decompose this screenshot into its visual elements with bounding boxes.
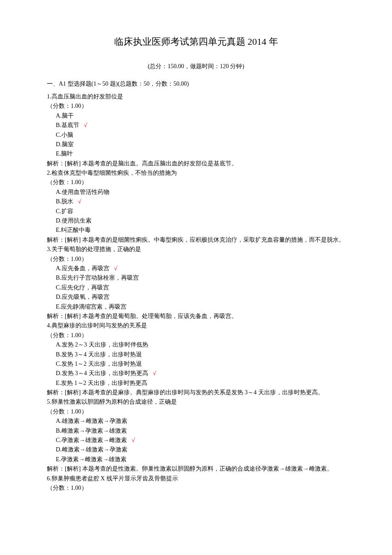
section-header: 一、A1 型选择题(1～50 题)(总题数：50，分数：50.00) (47, 79, 345, 89)
option-label: D.发热 3～4 天出疹，出疹时热更高 (56, 370, 148, 376)
question-text: 4.典型麻疹的出疹时间与发热的关系是 (47, 321, 345, 330)
option: E.发热 1～2 天出疹，出疹时热更高 (47, 379, 345, 388)
option-label: B.发热 3～4 天出疹，出疹时热退 (56, 351, 142, 358)
check-icon: √ (78, 198, 81, 205)
option-label: C.孕激素→雄激素→雌激素 (56, 437, 127, 443)
option: D.雌激素→雄激素→孕激素 (47, 445, 345, 454)
exam-subtitle: (总分：150.00，做题时间：120 分钟) (47, 62, 345, 71)
option-label: C.扩容 (56, 208, 73, 214)
option: E.纠正酸中毒 (47, 225, 345, 235)
option: D.脑室 (47, 140, 345, 149)
option: A.发热 2～3 天出疹，出疹时伴低热 (47, 340, 345, 350)
option: B.雌激素→孕激素→雄激素 (47, 426, 345, 436)
question-block: 4.典型麻疹的出疹时间与发热的关系是（分数：1.00）A.发热 2～3 天出疹，… (47, 321, 345, 397)
question-block: 1.高血压脑出血的好发部位是（分数：1.00）A.脑干B.基底节√C.小脑D.脑… (47, 92, 345, 168)
option-label: E.发热 1～2 天出疹，出疹时热更高 (56, 380, 147, 386)
option-label: A.应先备血，再吸宫 (56, 265, 110, 272)
option: A.脑干 (47, 111, 345, 121)
option: E.应先静滴缩宫素，再吸宫 (47, 302, 345, 312)
question-block: 5.卵巢性激素以胆固醇为原料的合成途径，正确是（分数：1.00）A.雄激素→雌激… (47, 397, 345, 474)
analysis: 解析：[解析] 本题考查的是麻疹。典型麻疹的出疹时间与发热的关系是发热 3～4 … (47, 388, 345, 397)
option: C.发热 1～2 天出疹，出疹时热退 (47, 359, 345, 369)
question-block: 6.卵巢肿瘤患者盆腔 X 线平片显示牙齿及骨骼提示（分数：1.00） (47, 474, 345, 493)
analysis: 解析：[解析] 本题考查的是细菌性痢疾。中毒型痢疾，应积极抗休克治疗，采取扩充血… (47, 235, 345, 245)
question-score: （分数：1.00） (47, 331, 345, 340)
option-label: D.应先吸氧，再吸宫 (56, 294, 110, 300)
option-label: C.小脑 (56, 132, 73, 138)
option-label: B.雌激素→孕激素→雄激素 (56, 428, 127, 434)
option-label: E.孕激素→雌激素→雄激素 (56, 456, 127, 462)
option: D.使用抗生素 (47, 216, 345, 225)
analysis: 解析：[解析] 本题考查的是性激素。卵巢性激素以胆固醇为原料，正确的合成途径孕激… (47, 464, 345, 474)
option-label: A.发热 2～3 天出疹，出疹时伴低热 (56, 341, 148, 348)
question-score: （分数：1.00） (47, 254, 345, 264)
option-label: E.脑叶 (56, 150, 73, 157)
option: C.小脑 (47, 130, 345, 140)
option-label: D.使用抗生素 (56, 217, 92, 224)
analysis: 解析：[解析] 本题考查的是脑出血。高血压脑出血的好发部位是基底节。 (47, 159, 345, 168)
option-label: B.应先行子宫动脉栓塞，再吸宫 (56, 275, 139, 281)
question-score: （分数：1.00） (47, 483, 345, 493)
option: A.应先备血，再吸宫√ (47, 264, 345, 273)
question-text: 3.关于葡萄胎的处理措施，正确的是 (47, 245, 345, 254)
option: E.孕激素→雌激素→雄激素 (47, 455, 345, 464)
question-text: 6.卵巢肿瘤患者盆腔 X 线平片显示牙齿及骨骼提示 (47, 474, 345, 483)
check-icon: √ (114, 265, 118, 272)
option: B.基底节√ (47, 121, 345, 130)
question-text: 5.卵巢性激素以胆固醇为原料的合成途径，正确是 (47, 397, 345, 407)
option: B.应先行子宫动脉栓塞，再吸宫 (47, 273, 345, 283)
option: D.应先吸氧，再吸宫 (47, 292, 345, 302)
option: A.雄激素→雌激素→孕激素 (47, 416, 345, 426)
question-text: 1.高血压脑出血的好发部位是 (47, 92, 345, 101)
option-label: A.使用血管活性药物 (56, 189, 110, 195)
option: D.发热 3～4 天出疹，出疹时热更高√ (47, 369, 345, 378)
option-label: C.应先化疗，再吸宫 (56, 284, 109, 291)
option: E.脑叶 (47, 149, 345, 159)
option: B.脱水√ (47, 197, 345, 206)
option-label: D.脑室 (56, 141, 74, 147)
option-label: E.纠正酸中毒 (56, 227, 91, 233)
option-label: D.雌激素→雄激素→孕激素 (56, 446, 127, 453)
check-icon: √ (132, 437, 135, 443)
option: B.发热 3～4 天出疹，出疹时热退 (47, 350, 345, 359)
questions-container: 1.高血压脑出血的好发部位是（分数：1.00）A.脑干B.基底节√C.小脑D.脑… (47, 92, 345, 493)
page-title: 临床执业医师考试第四单元真题 2014 年 (47, 34, 345, 49)
option: C.孕激素→雄激素→雌激素√ (47, 436, 345, 445)
option: A.使用血管活性药物 (47, 188, 345, 197)
question-text: 2.检查休克型中毒型细菌性痢疾，不恰当的措施为 (47, 168, 345, 178)
option-label: B.脱水 (56, 198, 73, 205)
option-label: A.脑干 (56, 113, 74, 119)
question-score: （分数：1.00） (47, 407, 345, 416)
option: C.应先化疗，再吸宫 (47, 283, 345, 292)
question-score: （分数：1.00） (47, 101, 345, 111)
option: C.扩容 (47, 207, 345, 216)
option-label: A.雄激素→雌激素→孕激素 (56, 418, 127, 424)
question-block: 3.关于葡萄胎的处理措施，正确的是（分数：1.00）A.应先备血，再吸宫√B.应… (47, 245, 345, 321)
question-score: （分数：1.00） (47, 178, 345, 187)
option-label: C.发热 1～2 天出疹，出疹时热退 (56, 361, 142, 367)
question-block: 2.检查休克型中毒型细菌性痢疾，不恰当的措施为（分数：1.00）A.使用血管活性… (47, 168, 345, 245)
check-icon: √ (153, 370, 156, 376)
option-label: E.应先静滴缩宫素，再吸宫 (56, 304, 127, 310)
check-icon: √ (84, 122, 87, 128)
option-label: B.基底节 (56, 122, 79, 128)
analysis: 解析：[解析] 本题考查的是葡萄胎。处理葡萄胎，应该先备血，再吸宫。 (47, 312, 345, 321)
